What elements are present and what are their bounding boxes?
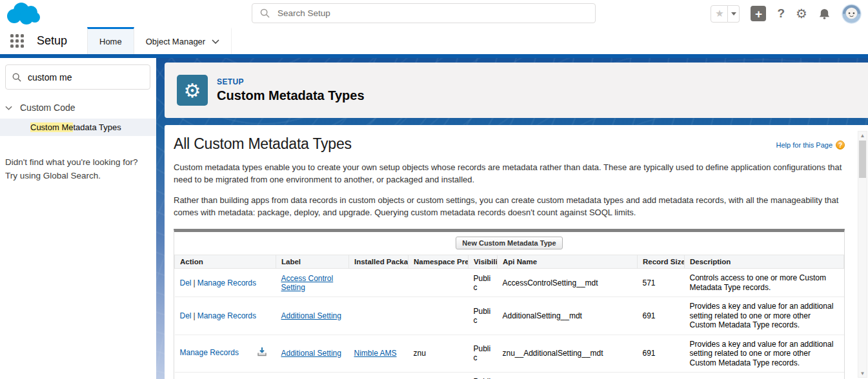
installed-package-cell xyxy=(349,373,409,379)
page-title: Custom Metadata Types xyxy=(217,88,365,103)
tab-home[interactable]: Home xyxy=(87,27,134,54)
setup-gear-icon[interactable]: ⚙ xyxy=(796,7,807,20)
record-size-cell: 691 xyxy=(638,297,685,335)
app-launcher-waffle-icon[interactable] xyxy=(10,34,24,48)
favorites-caret-icon[interactable] xyxy=(728,5,740,23)
section-heading: All Custom Metadata Types xyxy=(174,135,845,153)
action-link-del[interactable]: Del xyxy=(180,278,192,287)
metadata-types-list-card: New Custom Metadata Type ActionLabelInst… xyxy=(174,229,845,379)
table-row: Del|Manage RecordsAccess Control Setting… xyxy=(175,269,844,297)
column-header-label: Label xyxy=(276,255,349,269)
column-header-record-size: Record Size xyxy=(638,255,685,269)
new-custom-metadata-type-button[interactable]: New Custom Metadata Type xyxy=(456,237,562,249)
page-header-eyebrow: SETUP xyxy=(217,77,365,86)
api-name-cell: AccessControlSetting__mdt xyxy=(498,269,638,297)
chevron-down-icon xyxy=(5,106,12,110)
sidebar-item-custom-metadata-types[interactable]: Custom Metadata Types xyxy=(0,119,156,136)
search-icon xyxy=(12,73,21,82)
label-link[interactable]: Additional Setting xyxy=(281,349,341,358)
quick-create-plus-icon[interactable]: + xyxy=(751,6,766,21)
installed-package-icon xyxy=(257,347,267,359)
action-cell: Del|Manage Records xyxy=(175,297,276,335)
sidebar-not-found-text: Didn't find what you're looking for? Try… xyxy=(5,155,156,182)
action-link-del[interactable]: Del xyxy=(180,311,192,320)
table-row: Manage RecordsAdditional SettingNimble A… xyxy=(175,335,844,373)
namespace-prefix-cell xyxy=(409,297,469,335)
installed-package-link[interactable]: Nimble AMS xyxy=(354,349,397,358)
help-question-icon[interactable]: ? xyxy=(777,6,785,21)
quick-find-value: custom me xyxy=(28,72,72,83)
record-size-cell: 571 xyxy=(638,269,685,297)
label-cell: Additional Setting xyxy=(276,297,349,335)
vertical-scrollbar[interactable]: ▲ ▼ xyxy=(858,131,867,378)
action-separator: | xyxy=(192,278,197,287)
table-row: Del|Manage RecordsAttribute TypePublicAt… xyxy=(175,373,844,379)
column-header-visibility: Visibility xyxy=(469,255,498,269)
action-link-manage-records[interactable]: Manage Records xyxy=(197,278,256,287)
record-size-cell: 679 xyxy=(638,373,685,379)
label-link[interactable]: Access Control Setting xyxy=(281,274,334,292)
global-search-input[interactable]: Search Setup xyxy=(252,3,596,23)
namespace-prefix-cell xyxy=(409,373,469,379)
intro-paragraph-2: Rather than building apps from data reco… xyxy=(174,194,845,219)
table-row: Del|Manage RecordsAdditional SettingPubl… xyxy=(175,297,844,335)
label-cell: Attribute Type xyxy=(276,373,349,379)
api-name-cell: AttributeType__mdt xyxy=(498,373,638,379)
namespace-prefix-cell: znu xyxy=(409,335,469,373)
salesforce-logo-icon[interactable] xyxy=(4,1,43,26)
visibility-cell: Public xyxy=(469,297,498,335)
notifications-bell-icon[interactable] xyxy=(818,8,831,20)
action-cell: Manage Records xyxy=(175,335,276,373)
setup-main-background: ⚙ SETUP Custom Metadata Types All Custom… xyxy=(156,58,868,379)
intro-paragraph-1: Custom metadata types enable you to crea… xyxy=(174,161,845,186)
user-avatar[interactable] xyxy=(842,4,862,24)
action-separator: | xyxy=(192,311,197,320)
description-cell: Provides a key and value for an addition… xyxy=(685,297,844,335)
visibility-cell: Public xyxy=(469,269,498,297)
setup-sidebar: custom me Custom Code Custom Metadata Ty… xyxy=(0,58,156,379)
help-for-this-page-link[interactable]: Help for this Page xyxy=(776,141,833,149)
column-header-namespace-prefix: Namespace Prefix xyxy=(409,255,469,269)
column-header-installed-package: Installed Package xyxy=(349,255,409,269)
action-cell: Del|Manage Records xyxy=(175,373,276,379)
installed-package-cell: Nimble AMS xyxy=(349,335,409,373)
api-name-cell: znu__AdditionalSetting__mdt xyxy=(498,335,638,373)
label-link[interactable]: Additional Setting xyxy=(281,311,341,320)
visibility-cell: Public xyxy=(469,335,498,373)
search-icon xyxy=(260,8,270,18)
label-cell: Additional Setting xyxy=(276,335,349,373)
search-match-highlight: Custom Me xyxy=(30,122,73,132)
scroll-up-arrow[interactable]: ▲ xyxy=(858,131,867,139)
global-header: Search Setup ★ + ? ⚙ xyxy=(0,0,868,27)
label-cell: Access Control Setting xyxy=(276,269,349,297)
help-orange-icon[interactable]: ? xyxy=(836,141,845,150)
metadata-types-table: ActionLabelInstalled PackageNamespace Pr… xyxy=(174,255,844,379)
installed-package-cell xyxy=(349,269,409,297)
sidebar-section-custom-code[interactable]: Custom Code xyxy=(5,102,156,113)
installed-package-cell xyxy=(349,297,409,335)
scroll-down-arrow[interactable]: ▼ xyxy=(858,369,867,377)
column-header-api-name: Api Name xyxy=(498,255,638,269)
content-panel: All Custom Metadata Types Help for this … xyxy=(165,125,868,379)
record-size-cell: 691 xyxy=(638,335,685,373)
setup-quick-find-input[interactable]: custom me xyxy=(5,64,150,90)
column-header-description: Description xyxy=(685,255,844,269)
scrollbar-thumb[interactable] xyxy=(859,141,866,178)
favorites-star-icon[interactable]: ★ xyxy=(711,5,728,23)
visibility-cell: Public xyxy=(469,373,498,379)
custom-metadata-gear-icon: ⚙ xyxy=(177,75,208,106)
column-header-action: Action xyxy=(175,255,276,269)
api-name-cell: AdditionalSetting__mdt xyxy=(498,297,638,335)
description-cell: Controls access to one or more Custom Me… xyxy=(685,269,844,297)
table-header-row: ActionLabelInstalled PackageNamespace Pr… xyxy=(175,255,844,269)
app-name-label: Setup xyxy=(37,27,67,54)
action-link-manage-records[interactable]: Manage Records xyxy=(197,311,256,320)
page-header-card: ⚙ SETUP Custom Metadata Types xyxy=(165,63,868,118)
tab-object-manager[interactable]: Object Manager xyxy=(134,27,232,54)
chevron-down-icon xyxy=(212,39,219,44)
description-cell: Provides a key and value for an addition… xyxy=(685,335,844,373)
setup-nav-bar: Setup Home Object Manager xyxy=(0,27,868,54)
action-link-manage-records[interactable]: Manage Records xyxy=(180,348,239,357)
global-search-placeholder: Search Setup xyxy=(278,8,330,18)
namespace-prefix-cell xyxy=(409,269,469,297)
